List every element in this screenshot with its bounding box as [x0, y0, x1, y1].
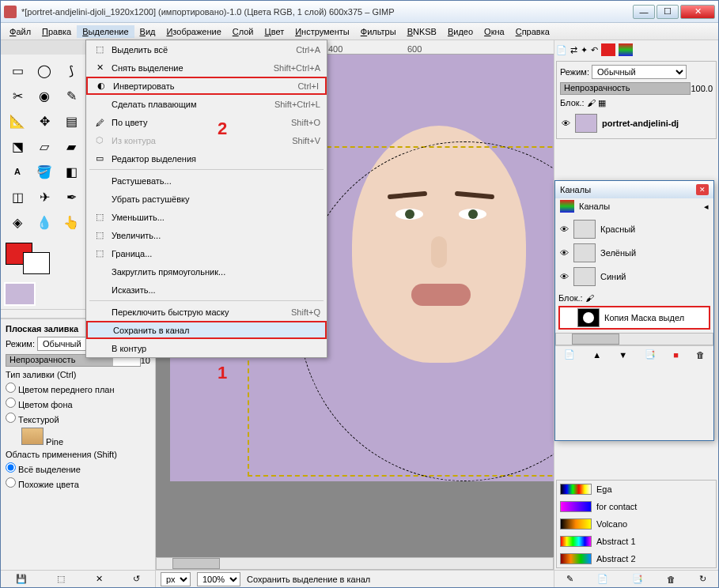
eraser-tool[interactable]: ◫ — [4, 184, 31, 209]
visibility-icon[interactable]: 👁 — [560, 272, 569, 281]
toolopt-restore-icon[interactable]: ⬚ — [57, 574, 65, 584]
scissors-tool[interactable]: ✂ — [4, 83, 31, 108]
menuitem[interactable]: Убрать растушёвку — [86, 190, 327, 208]
measure-tool[interactable]: 📐 — [4, 108, 31, 134]
menuitem[interactable]: ◐ИнвертироватьCtrl+I — [86, 77, 327, 95]
maximize-button[interactable]: ☐ — [657, 5, 679, 19]
perspective-tool[interactable]: ▰ — [58, 134, 85, 159]
menu-правка[interactable]: Правка — [36, 25, 77, 38]
menuitem[interactable]: В контур — [86, 339, 327, 357]
dup-channel-icon[interactable]: 📑 — [645, 349, 656, 360]
del-gradient-icon[interactable]: 🗑 — [667, 575, 675, 584]
channels-tab-thumb[interactable] — [560, 200, 574, 213]
align-tool[interactable]: ▤ — [58, 108, 85, 134]
refresh-gradient-icon[interactable]: ↻ — [699, 574, 706, 584]
gradient-row[interactable]: Abstract 2 — [557, 550, 716, 567]
blend-tool[interactable]: ◧ — [58, 159, 85, 184]
channel-green[interactable]: 👁Зелёный — [558, 241, 710, 265]
menuitem[interactable]: Исказить... — [86, 281, 327, 299]
fg-select-tool[interactable]: ◉ — [31, 83, 58, 108]
menu-инструменты[interactable]: Инструменты — [289, 25, 355, 38]
menuitem[interactable]: Сделать плавающимShift+Ctrl+L — [86, 95, 327, 113]
new-channel-icon[interactable]: 📄 — [564, 349, 575, 360]
raise-channel-icon[interactable]: ▲ — [592, 350, 601, 360]
channels-tab-icon[interactable]: ⇄ — [570, 45, 577, 55]
image-thumbnail[interactable] — [4, 282, 36, 306]
minimize-button[interactable]: — — [633, 5, 655, 19]
shear-tool[interactable]: ▱ — [31, 134, 58, 159]
paths-tool[interactable]: ✎ — [58, 83, 85, 108]
channel-blue[interactable]: 👁Синий — [558, 265, 710, 288]
menuitem[interactable]: ⬚Выделить всёCtrl+A — [86, 40, 327, 58]
channels-menu-icon[interactable]: ◂ — [704, 202, 709, 212]
fill-tex-radio[interactable] — [6, 413, 16, 423]
channel-red[interactable]: 👁Красный — [558, 217, 710, 241]
menuitem[interactable]: Закруглить прямоугольник... — [86, 262, 327, 281]
menu-цвет[interactable]: Цвет — [259, 25, 290, 38]
ellipse-select-tool[interactable]: ◯ — [31, 58, 58, 83]
channel-mask[interactable]: Копия Маска выдел — [558, 306, 710, 330]
menu-справка[interactable]: Справка — [510, 25, 555, 38]
toolopt-save-icon[interactable]: 💾 — [16, 574, 27, 584]
unit-select[interactable]: px — [161, 572, 191, 586]
bg-color[interactable] — [23, 252, 50, 274]
zoom-select[interactable]: 100% — [197, 572, 240, 586]
gradient-row[interactable]: Abstract 1 — [557, 533, 716, 550]
menu-файл[interactable]: Файл — [4, 25, 36, 38]
airbrush-tool[interactable]: ✈ — [31, 184, 58, 209]
menu-вид[interactable]: Вид — [134, 25, 161, 38]
menu-bnksb[interactable]: BNKSB — [402, 25, 442, 38]
edit-gradient-icon[interactable]: ✎ — [566, 574, 573, 584]
channels-close-button[interactable]: ✕ — [696, 184, 709, 195]
paths-tab-icon[interactable]: ✦ — [581, 45, 588, 55]
toolopt-reset-icon[interactable]: ↺ — [133, 574, 140, 584]
rect-select-tool[interactable]: ▭ — [4, 58, 31, 83]
undo-tab-icon[interactable]: ↶ — [591, 45, 598, 55]
menuitem[interactable]: 🖉По цветуShift+O — [86, 113, 327, 131]
menuitem[interactable]: ▭Редактор выделения — [86, 149, 327, 168]
visibility-icon[interactable]: 👁 — [560, 248, 569, 258]
menuitem[interactable]: ⬡Из контураShift+V — [86, 131, 327, 149]
menu-слой[interactable]: Слой — [227, 25, 259, 38]
text-tool[interactable]: A — [4, 159, 31, 184]
close-button[interactable]: ✕ — [680, 5, 715, 19]
lasso-tool[interactable]: ⟆ — [58, 58, 85, 83]
menuitem[interactable]: Сохранить в канал — [86, 321, 327, 339]
layers-tab-icon[interactable]: 📄 — [556, 45, 567, 55]
layer-mode-select[interactable]: Обычный — [592, 65, 687, 79]
area-sim-radio[interactable] — [6, 477, 16, 488]
h-scrollbar[interactable] — [156, 557, 554, 570]
smudge-tool[interactable]: 👆 — [58, 209, 85, 235]
blur-tool[interactable]: 💧 — [31, 209, 58, 235]
menu-фильтры[interactable]: Фильтры — [355, 25, 402, 38]
ink-tool[interactable]: ✒ — [58, 184, 85, 209]
menu-изображение[interactable]: Изображение — [161, 25, 226, 38]
scale-tool[interactable]: ⬔ — [4, 134, 31, 159]
menuitem[interactable]: Переключить быструю маскуShift+Q — [86, 303, 327, 321]
menu-видео[interactable]: Видео — [442, 25, 479, 38]
gradient-row[interactable]: for contact — [557, 498, 716, 515]
menu-выделение[interactable]: Выделение — [77, 25, 134, 38]
layer-opacity-slider[interactable]: Непрозрачность — [560, 82, 691, 95]
fill-bg-radio[interactable] — [6, 398, 16, 408]
fill-fg-radio[interactable] — [6, 383, 16, 393]
dup-gradient-icon[interactable]: 📑 — [632, 574, 643, 584]
pclone-tool[interactable]: ◈ — [4, 209, 31, 235]
menuitem[interactable]: ⬚Уменьшить... — [86, 208, 327, 226]
move-tool[interactable]: ✥ — [31, 108, 58, 134]
channels-scrollbar[interactable] — [555, 333, 713, 345]
gradient-row[interactable]: Volcano — [557, 515, 716, 533]
bucket-tool[interactable]: 🪣 — [31, 159, 58, 184]
layer-thumbnail[interactable] — [575, 114, 597, 133]
menuitem[interactable]: ⬚Увеличить... — [86, 226, 327, 244]
histogram-tab-icon[interactable] — [601, 43, 615, 56]
texture-preview[interactable] — [21, 428, 44, 445]
toolopt-delete-icon[interactable]: ✕ — [96, 574, 103, 584]
layer-row[interactable]: 👁 portret-andjelini-dj — [560, 111, 713, 135]
gradient-row[interactable]: Ega — [557, 481, 716, 498]
colormap-tab-icon[interactable] — [619, 43, 633, 56]
area-all-radio[interactable] — [6, 462, 16, 473]
lock-icon[interactable]: 🖌 — [585, 293, 594, 303]
del-channel-icon[interactable]: 🗑 — [696, 350, 705, 360]
lock-alpha-icon[interactable]: ▦ — [598, 98, 606, 107]
